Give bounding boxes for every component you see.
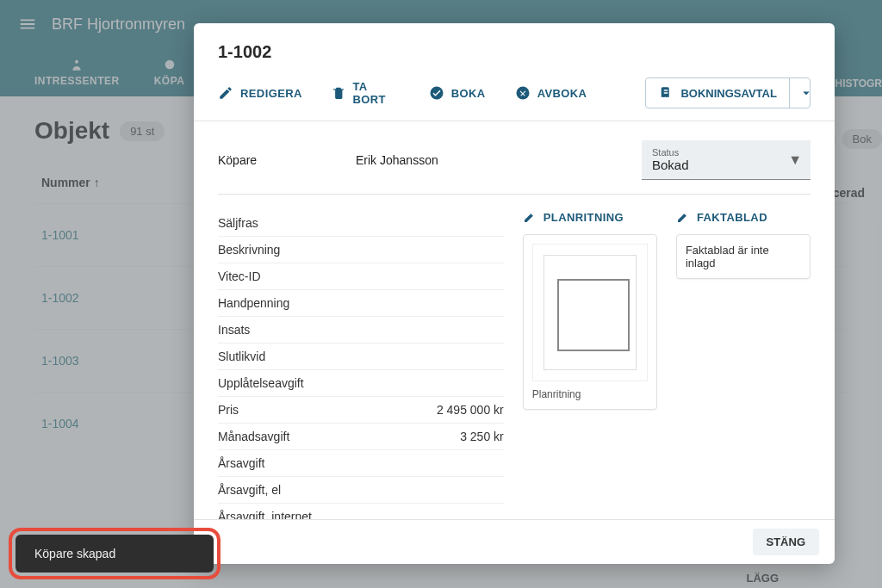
prop-label: Vitec-ID: [218, 269, 261, 283]
property-row: Vitec-ID: [218, 263, 504, 290]
property-list: SäljfrasBeskrivningVitec-IDHandpenningIn…: [218, 210, 504, 519]
property-row: Slutlikvid: [218, 344, 504, 370]
planritning-button[interactable]: PLANRITNING: [523, 210, 657, 224]
prop-label: Handpenning: [218, 296, 289, 310]
chevron-down-icon: ▼: [788, 152, 802, 168]
plan-caption: Planritning: [532, 388, 648, 400]
prop-value: 2 495 000 kr: [437, 403, 504, 417]
property-row: Årsavgift: [218, 450, 504, 477]
prop-label: Insats: [218, 323, 250, 337]
buyer-label: Köpare: [218, 153, 356, 167]
property-row: Årsavgift, el: [218, 477, 504, 504]
delete-label: TA BORT: [352, 80, 399, 106]
close-button[interactable]: STÄNG: [753, 529, 820, 555]
prop-label: Årsavgift, el: [218, 483, 281, 497]
plan-card[interactable]: Planritning: [523, 234, 657, 410]
buyer-name: Erik Johansson: [356, 153, 642, 167]
property-row: Handpenning: [218, 290, 504, 317]
prop-value: 3 250 kr: [460, 430, 504, 443]
pencil-icon: [676, 210, 690, 224]
prop-label: Slutlikvid: [218, 350, 265, 363]
prop-label: Säljfras: [218, 216, 258, 230]
edit-button[interactable]: REDIGERA: [218, 85, 302, 101]
fact-text: Faktablad är inte inlagd: [686, 244, 769, 269]
planritning-label: PLANRITNING: [543, 211, 624, 224]
toast-text: Köpare skapad: [34, 547, 115, 560]
delete-button[interactable]: TA BORT: [332, 80, 400, 106]
fact-card: Faktablad är inte inlagd: [676, 234, 811, 279]
book-label: BOKA: [451, 87, 486, 100]
faktablad-button[interactable]: FAKTABLAD: [676, 210, 811, 224]
prop-label: Upplåtelseavgift: [218, 376, 304, 390]
dialog-title: 1-1002: [218, 42, 811, 62]
floorplan-thumbnail: [532, 244, 648, 381]
book-button[interactable]: BOKA: [429, 85, 486, 101]
toast-highlight: Köpare skapad: [9, 528, 220, 579]
prop-label: Beskrivning: [218, 243, 280, 257]
property-row: Årsavgift, internet: [218, 504, 504, 519]
status-select[interactable]: Status Bokad ▼: [642, 140, 811, 180]
status-value: Bokad: [652, 158, 800, 172]
contract-label: BOKNINGSAVTAL: [680, 87, 776, 100]
property-row: Säljfras: [218, 210, 504, 237]
edit-label: REDIGERA: [240, 87, 302, 100]
status-label: Status: [652, 147, 800, 158]
unbook-button[interactable]: AVBOKA: [515, 85, 587, 101]
prop-label: Årsavgift: [218, 456, 264, 470]
prop-label: Månadsavgift: [218, 430, 289, 443]
contract-split-button: BOKNINGSAVTAL: [645, 77, 811, 108]
svg-point-2: [430, 87, 443, 100]
object-dialog: 1-1002 REDIGERA TA BORT BOKA AVBOKA: [194, 23, 835, 564]
property-row: Beskrivning: [218, 237, 504, 263]
property-row: Upplåtelseavgift: [218, 370, 504, 397]
faktablad-label: FAKTABLAD: [697, 211, 767, 224]
property-row: Insats: [218, 317, 504, 344]
prop-label: Pris: [218, 403, 239, 417]
unbook-label: AVBOKA: [537, 87, 587, 100]
prop-label: Årsavgift, internet: [218, 510, 312, 519]
property-row: Pris2 495 000 kr: [218, 397, 504, 424]
chevron-down-icon: [798, 85, 811, 101]
contract-button[interactable]: BOKNINGSAVTAL: [646, 78, 788, 108]
property-row: Månadsavgift3 250 kr: [218, 424, 504, 450]
pencil-icon: [523, 210, 537, 224]
toast: Köpare skapad: [16, 535, 214, 573]
contract-dropdown-button[interactable]: [789, 78, 811, 108]
